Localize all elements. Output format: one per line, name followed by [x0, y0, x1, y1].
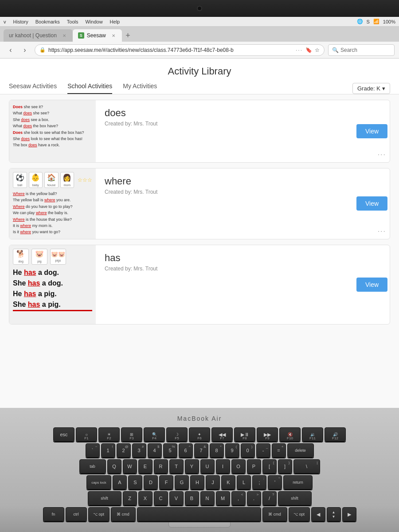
key-f6[interactable]: ✦F6: [189, 427, 210, 442]
key-option-left[interactable]: ⌥ opt: [88, 507, 110, 521]
key-s[interactable]: S: [128, 475, 142, 489]
menu-item-v[interactable]: v: [4, 19, 6, 24]
key-esc[interactable]: esc: [53, 427, 74, 442]
key-8[interactable]: *8: [210, 443, 224, 458]
tab-close-seesaw[interactable]: ✕: [110, 32, 117, 39]
key-arrow-right[interactable]: ▶: [342, 507, 356, 521]
key-h[interactable]: H: [190, 475, 204, 489]
menu-item-history[interactable]: History: [13, 19, 28, 24]
key-7[interactable]: &7: [194, 443, 208, 458]
key-arrow-left[interactable]: ◀: [311, 507, 325, 521]
key-x[interactable]: X: [138, 491, 153, 505]
menu-item-help[interactable]: Help: [110, 19, 120, 24]
key-shift-left[interactable]: shift: [88, 491, 121, 505]
url-menu-dots[interactable]: ···: [296, 47, 303, 53]
new-tab-button[interactable]: +: [122, 29, 134, 42]
view-button-has[interactable]: View: [356, 278, 387, 292]
key-quote[interactable]: "': [268, 475, 282, 489]
key-backslash[interactable]: |\: [293, 459, 320, 473]
key-9[interactable]: (9: [225, 443, 239, 458]
key-f9[interactable]: ▶▶F9: [257, 427, 278, 442]
tab-seesaw[interactable]: S Seesaw ✕: [73, 29, 122, 42]
key-delete[interactable]: delete: [287, 443, 314, 458]
key-slash[interactable]: ?/: [262, 491, 277, 505]
key-semicolon[interactable]: :;: [252, 475, 266, 489]
key-f11[interactable]: 🔉F11: [302, 427, 323, 442]
key-option-right[interactable]: ⌥ opt: [289, 507, 310, 521]
tab-school-activities[interactable]: School Activities: [67, 82, 112, 94]
key-b[interactable]: B: [185, 491, 199, 505]
key-e[interactable]: E: [138, 459, 153, 473]
key-minus[interactable]: _-: [256, 443, 270, 458]
key-f[interactable]: F: [159, 475, 173, 489]
key-fn[interactable]: fn: [43, 507, 64, 521]
key-comma[interactable]: <,: [231, 491, 246, 505]
key-ctrl[interactable]: ctrl: [66, 507, 87, 521]
key-f12[interactable]: 🔊F12: [325, 427, 346, 442]
key-f3[interactable]: ⊞F3: [121, 427, 142, 442]
key-f10[interactable]: 🔇F10: [279, 427, 301, 442]
key-m[interactable]: M: [216, 491, 230, 505]
key-period[interactable]: >.: [247, 491, 261, 505]
key-arrows-updown[interactable]: ▲ ▼: [327, 507, 341, 521]
key-u[interactable]: U: [200, 459, 215, 473]
key-space[interactable]: [137, 507, 261, 521]
key-f4[interactable]: 🔍F4: [144, 427, 165, 442]
grade-selector[interactable]: Grade: K ▾: [352, 83, 390, 94]
back-button[interactable]: ‹: [4, 44, 17, 56]
key-tilde[interactable]: ~`: [86, 443, 100, 458]
key-capslock[interactable]: caps lock: [86, 475, 111, 489]
key-cmd-right[interactable]: ⌘ cmd: [262, 507, 287, 521]
view-button-does[interactable]: View: [356, 124, 387, 138]
key-o[interactable]: O: [231, 459, 246, 473]
key-r[interactable]: R: [154, 459, 168, 473]
key-z[interactable]: Z: [123, 491, 137, 505]
key-f5[interactable]: ☽F5: [166, 427, 188, 442]
key-f8[interactable]: ▶⏸F8: [234, 427, 255, 442]
tab-close-kahoot[interactable]: ✕: [61, 32, 67, 39]
more-menu-where[interactable]: ···: [378, 227, 386, 235]
key-2[interactable]: @2: [117, 443, 131, 458]
tab-seesaw-activities[interactable]: Seesaw Activities: [9, 82, 57, 94]
key-f7[interactable]: ◀◀F7: [211, 427, 233, 442]
menu-item-tools[interactable]: Tools: [67, 19, 78, 24]
key-g[interactable]: G: [175, 475, 189, 489]
key-5[interactable]: %5: [163, 443, 177, 458]
bookmark-icon[interactable]: 🔖: [305, 47, 312, 53]
key-bracket-open[interactable]: {[: [262, 459, 277, 473]
key-4[interactable]: $4: [148, 443, 162, 458]
key-3[interactable]: #3: [132, 443, 146, 458]
key-shift-right[interactable]: shift: [278, 491, 312, 505]
key-1[interactable]: !1: [101, 443, 115, 458]
key-v[interactable]: V: [169, 491, 184, 505]
key-k[interactable]: K: [221, 475, 235, 489]
key-bracket-close[interactable]: }]: [278, 459, 292, 473]
search-box[interactable]: 🔍 Search: [328, 44, 395, 56]
key-return[interactable]: return: [283, 475, 313, 489]
url-bar[interactable]: 🔒 https://app.seesaw.me/#/activities/new…: [35, 44, 325, 56]
tab-my-activities[interactable]: My Activities: [123, 82, 157, 94]
key-j[interactable]: J: [206, 475, 220, 489]
menu-item-bookmarks[interactable]: Bookmarks: [35, 19, 60, 24]
key-a[interactable]: A: [113, 475, 127, 489]
key-l[interactable]: L: [237, 475, 251, 489]
key-w[interactable]: W: [123, 459, 137, 473]
tab-kahoot[interactable]: ur kahoot | Question ✕: [4, 29, 73, 42]
key-0[interactable]: )0: [241, 443, 255, 458]
star-icon[interactable]: ☆: [315, 47, 320, 53]
key-f1[interactable]: ☼F1: [76, 427, 97, 442]
key-q[interactable]: Q: [107, 459, 121, 473]
key-equals[interactable]: +=: [272, 443, 286, 458]
key-p[interactable]: P: [247, 459, 261, 473]
key-f2[interactable]: ☀F2: [98, 427, 120, 442]
key-6[interactable]: ^6: [179, 443, 193, 458]
key-cmd-left[interactable]: ⌘ cmd: [111, 507, 136, 521]
forward-button[interactable]: ›: [19, 44, 31, 56]
key-y[interactable]: Y: [185, 459, 199, 473]
key-tab[interactable]: tab: [79, 459, 106, 473]
key-i[interactable]: I: [216, 459, 230, 473]
key-t[interactable]: T: [169, 459, 184, 473]
key-c[interactable]: C: [154, 491, 168, 505]
view-button-where[interactable]: View: [356, 196, 387, 211]
key-d[interactable]: D: [144, 475, 158, 489]
